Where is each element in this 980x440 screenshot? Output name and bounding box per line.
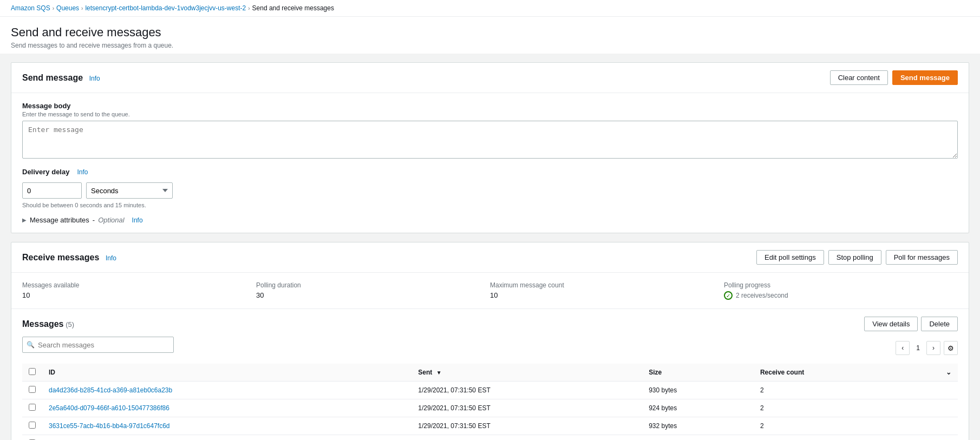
search-box: 🔍: [22, 337, 174, 353]
stat-messages-available: Messages available 10: [22, 281, 256, 300]
select-all-checkbox[interactable]: [29, 368, 36, 375]
breadcrumb-queues[interactable]: Queues: [56, 4, 79, 12]
table-header-row: ID Sent ▼ Size Receive count: [22, 364, 958, 382]
messages-section: Messages (5) View details Delete 🔍 ‹ 1 ›: [11, 309, 969, 440]
message-body-label: Message body: [22, 102, 958, 110]
send-message-button[interactable]: Send message: [892, 70, 958, 85]
messages-available-value: 10: [22, 291, 256, 299]
polling-duration-label: Polling duration: [256, 281, 490, 289]
send-panel-info-link[interactable]: Info: [89, 75, 100, 82]
row-receive-count-2: 2: [754, 417, 908, 435]
row-receive-count-1: 2: [754, 399, 908, 417]
stop-polling-button[interactable]: Stop polling: [828, 250, 881, 265]
row-checkbox-0[interactable]: [29, 386, 36, 393]
row-receive-count-3: 2: [754, 435, 908, 441]
row-expand-1: [908, 399, 958, 417]
attributes-label: Message attributes: [30, 216, 89, 224]
page-title: Send and receive messages: [11, 25, 969, 40]
receive-panel-title-area: Receive messages Info: [22, 253, 116, 262]
row-checkbox-cell: [22, 417, 42, 435]
polling-check-icon: ✓: [724, 291, 733, 300]
delivery-delay-row: Seconds Minutes: [22, 182, 958, 199]
row-checkbox-2[interactable]: [29, 422, 36, 429]
clear-content-button[interactable]: Clear content: [830, 70, 888, 85]
attributes-optional-text: Optional: [98, 216, 124, 224]
poll-for-messages-button[interactable]: Poll for messages: [886, 250, 958, 265]
delay-hint: Should be between 0 seconds and 15 minut…: [22, 202, 958, 208]
row-sent-2: 1/29/2021, 07:31:50 EST: [411, 417, 642, 435]
row-id-link-1[interactable]: 2e5a640d-d079-466f-a610-150477386f86: [49, 404, 169, 412]
delay-value-input[interactable]: [22, 182, 82, 199]
header-checkbox-col: [22, 364, 42, 382]
messages-count: (5): [66, 320, 74, 329]
stats-row: Messages available 10 Polling duration 3…: [11, 273, 969, 309]
row-id-3: 15836285-63b3-4e17-b4fd-61f6ad7d9e3c: [42, 435, 411, 441]
table-row: 3631ce55-7acb-4b16-bb4a-97d1c647fc6d 1/2…: [22, 417, 958, 435]
row-checkbox-cell: [22, 399, 42, 417]
breadcrumb-sep-2: ›: [81, 5, 83, 11]
message-attributes-toggle[interactable]: ▶ Message attributes - Optional Info: [22, 216, 958, 224]
message-body-hint: Enter the message to send to the queue.: [22, 111, 958, 117]
table-settings-button[interactable]: ⚙: [944, 341, 958, 355]
row-id-1: 2e5a640d-d079-466f-a610-150477386f86: [42, 399, 411, 417]
search-icon: 🔍: [27, 341, 35, 349]
breadcrumb-amazon-sqs[interactable]: Amazon SQS: [11, 4, 50, 12]
row-size-0: 930 bytes: [642, 382, 754, 399]
breadcrumb-sep-1: ›: [53, 5, 54, 11]
messages-title-area: Messages (5): [22, 319, 74, 329]
row-id-link-0[interactable]: da4d236d-b285-41cd-a369-a81eb0c6a23b: [49, 386, 172, 394]
view-details-button[interactable]: View details: [864, 317, 918, 331]
polling-progress-row: ✓ 2 receives/second: [724, 291, 958, 300]
table-row: 2e5a640d-d079-466f-a610-150477386f86 1/2…: [22, 399, 958, 417]
header-sent[interactable]: Sent ▼: [411, 364, 642, 382]
receive-panel-header: Receive messages Info Edit poll settings…: [11, 242, 969, 273]
messages-title: Messages: [22, 319, 64, 329]
header-expand-col: ⌄: [908, 364, 958, 382]
row-checkbox-cell: [22, 435, 42, 441]
table-row: 15836285-63b3-4e17-b4fd-61f6ad7d9e3c 1/2…: [22, 435, 958, 441]
attributes-collapse-icon: ▶: [22, 217, 27, 223]
header-size: Size: [642, 364, 754, 382]
receive-panel-buttons: Edit poll settings Stop polling Poll for…: [756, 250, 958, 265]
delay-unit-select[interactable]: Seconds Minutes: [86, 182, 173, 199]
row-size-3: 928 bytes: [642, 435, 754, 441]
row-id-0: da4d236d-b285-41cd-a369-a81eb0c6a23b: [42, 382, 411, 399]
edit-poll-settings-button[interactable]: Edit poll settings: [756, 250, 824, 265]
row-id-2: 3631ce55-7acb-4b16-bb4a-97d1c647fc6d: [42, 417, 411, 435]
send-panel-title: Send message: [22, 73, 83, 82]
max-message-count-value: 10: [490, 291, 724, 299]
attributes-info-link[interactable]: Info: [132, 216, 143, 224]
row-checkbox-1[interactable]: [29, 404, 36, 411]
stat-polling-duration: Polling duration 30: [256, 281, 490, 300]
max-message-count-label: Maximum message count: [490, 281, 724, 289]
receive-panel-title: Receive messages: [22, 253, 99, 262]
table-row: da4d236d-b285-41cd-a369-a81eb0c6a23b 1/2…: [22, 382, 958, 399]
delete-button[interactable]: Delete: [921, 317, 958, 331]
row-size-1: 924 bytes: [642, 399, 754, 417]
row-sent-3: 1/29/2021, 07:31:50 EST: [411, 435, 642, 441]
row-size-2: 932 bytes: [642, 417, 754, 435]
send-panel-buttons: Clear content Send message: [830, 70, 958, 85]
stat-polling-progress: Polling progress ✓ 2 receives/second: [724, 281, 958, 300]
search-input[interactable]: [22, 337, 174, 353]
row-expand-0: [908, 382, 958, 399]
send-panel-title-area: Send message Info: [22, 73, 100, 83]
messages-table-container: ID Sent ▼ Size Receive count: [22, 364, 958, 440]
breadcrumb-sep-3: ›: [248, 5, 250, 11]
row-id-link-2[interactable]: 3631ce55-7acb-4b16-bb4a-97d1c647fc6d: [49, 422, 170, 430]
stat-max-message-count: Maximum message count 10: [490, 281, 724, 300]
page-header: Send and receive messages Send messages …: [0, 17, 980, 54]
delivery-delay-label: Delivery delay: [22, 168, 69, 176]
row-checkbox-cell: [22, 382, 42, 399]
delivery-delay-info-link[interactable]: Info: [77, 168, 88, 176]
breadcrumb-queue-name[interactable]: letsencrypt-certbot-lambda-dev-1vodw3jec…: [85, 4, 246, 12]
pagination-row: ‹ 1 › ⚙: [896, 341, 958, 355]
polling-duration-value: 30: [256, 291, 490, 299]
receive-panel-info-link[interactable]: Info: [106, 254, 116, 262]
prev-page-button[interactable]: ‹: [896, 341, 910, 355]
receive-messages-panel: Receive messages Info Edit poll settings…: [11, 242, 969, 440]
breadcrumb: Amazon SQS › Queues › letsencrypt-certbo…: [0, 0, 980, 17]
next-page-button[interactable]: ›: [926, 341, 940, 355]
polling-progress-label: Polling progress: [724, 281, 958, 289]
message-body-input[interactable]: [22, 121, 958, 159]
